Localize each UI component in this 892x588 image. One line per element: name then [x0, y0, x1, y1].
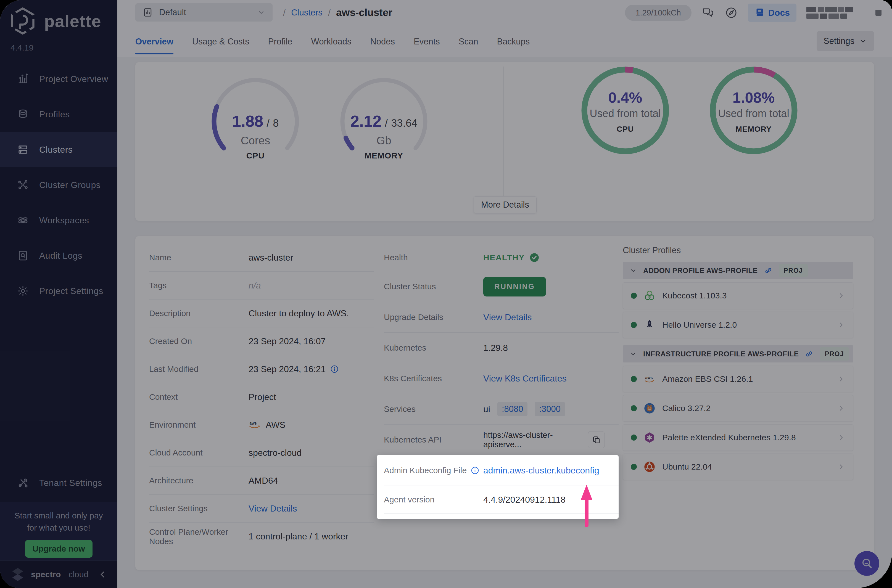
sidebar-item-profiles[interactable]: Profiles	[0, 97, 117, 132]
admin-kubeconfig-link[interactable]: admin.aws-cluster.kubeconfig	[483, 465, 599, 476]
search-icon	[860, 556, 874, 571]
profile-item-calico[interactable]: Calico 3.27.2	[623, 395, 853, 422]
upgrade-now-button[interactable]: Upgrade now	[25, 540, 93, 558]
sidebar-item-label: Profiles	[39, 110, 70, 120]
status-column: Health HEALTHY Cluster Status RUNNING Up…	[384, 244, 619, 519]
tab-events[interactable]: Events	[414, 27, 440, 57]
status-row-kubeconfig: Admin Kubeconfig File admin.aws-cluster.…	[384, 455, 619, 486]
spectro-cloud-logo	[10, 567, 26, 582]
sidebar-item-label: Project Settings	[39, 286, 103, 296]
status-row-services: Services ui :8080 :3000	[384, 394, 619, 424]
brand-name: palette	[44, 11, 101, 31]
upsell-text: Start small and only pay for what you us…	[0, 510, 117, 534]
tab-nodes[interactable]: Nodes	[370, 27, 395, 57]
card-divider	[503, 66, 504, 199]
tab-usage-costs[interactable]: Usage & Costs	[192, 27, 249, 57]
copy-icon	[592, 435, 601, 444]
docs-label: Docs	[768, 8, 790, 18]
memory-usage-ring: 1.08% Used from total MEMORY	[709, 66, 798, 154]
pxk-icon	[643, 432, 656, 444]
service-port-8080-link[interactable]: :8080	[497, 402, 528, 416]
hello-universe-icon	[643, 319, 656, 331]
profile-item-amazon-ebs-csi[interactable]: aws Amazon EBS CSI 1.26.1	[623, 366, 853, 392]
profile-item-palette-extended-kubernetes[interactable]: Palette eXtended Kubernetes 1.29.8	[623, 424, 853, 451]
project-board-icon	[143, 7, 153, 18]
view-details-link[interactable]: View Details	[483, 312, 532, 322]
sidebar-item-project-settings[interactable]: Project Settings	[0, 273, 117, 309]
tab-profile[interactable]: Profile	[268, 27, 293, 57]
info-icon[interactable]	[471, 466, 479, 475]
breadcrumb: / Clusters / aws-cluster	[283, 0, 392, 26]
memory-gauge: 2.12/33.64 Gb MEMORY	[338, 76, 429, 167]
tab-backups[interactable]: Backups	[497, 27, 530, 57]
sidebar-item-clusters[interactable]: Clusters	[0, 132, 117, 167]
compass-icon[interactable]	[725, 6, 738, 20]
docs-button[interactable]: Docs	[748, 4, 796, 22]
cpu-usage-ring: 0.4% Used from total CPU	[581, 66, 670, 154]
aws-logo-icon: aws	[643, 373, 656, 385]
detail-row-created-on: Created On23 Sep 2024, 16:07	[149, 327, 374, 355]
infrastructure-profile-group-header[interactable]: INFRASTRUCTURE PROFILE AWS-PROFILE PROJ	[623, 345, 853, 363]
status-row-health: Health HEALTHY	[384, 244, 619, 272]
chevron-right-icon	[837, 404, 845, 412]
tutorial-arrow-icon	[580, 484, 593, 528]
app-window: palette 4.4.19 Project Overview Profiles…	[0, 0, 892, 588]
addon-profile-group-header[interactable]: ADDON PROFILE AWS-PROFILE PROJ	[623, 262, 853, 279]
service-port-3000-link[interactable]: :3000	[535, 402, 565, 416]
sidebar-item-cluster-groups[interactable]: Cluster Groups	[0, 167, 117, 202]
search-fab-button[interactable]	[854, 551, 879, 576]
utilization-card: 1.88/8 Cores CPU 2.12/33.64 Gb MEMORY	[135, 62, 874, 221]
svg-text:aws: aws	[646, 375, 653, 380]
bar-chart-icon	[17, 73, 29, 85]
details-column: Nameaws-cluster Tagsn/a DescriptionClust…	[149, 244, 374, 550]
cluster-tabs: Overview Usage & Costs Profile Workloads…	[135, 27, 530, 57]
status-dot	[631, 322, 637, 328]
collapse-sidebar-icon[interactable]	[98, 570, 107, 579]
settings-button[interactable]: Settings	[817, 31, 874, 51]
chevron-down-icon	[629, 267, 637, 274]
detail-row-cloud-account: Cloud Accountspectro-cloud	[149, 439, 374, 467]
audit-log-icon	[17, 250, 29, 261]
chevron-right-icon	[837, 434, 845, 442]
sidebar-item-label: Clusters	[39, 145, 73, 155]
link-icon	[764, 266, 773, 275]
profile-item-kubecost[interactable]: Kubecost 1.103.3	[623, 282, 853, 309]
kubecost-icon	[643, 290, 656, 302]
tab-scan[interactable]: Scan	[459, 27, 478, 57]
app-version: 4.4.19	[11, 43, 33, 52]
copy-api-url-button[interactable]	[588, 431, 605, 448]
sidebar-item-label: Project Overview	[39, 74, 108, 84]
status-row-certificates: K8s CertificatesView K8s Certificates	[384, 363, 619, 394]
sidebar-item-workspaces[interactable]: Workspaces	[0, 202, 117, 238]
detail-row-architecture: ArchitectureAMD64	[149, 467, 374, 495]
user-avatar-redacted	[875, 10, 881, 16]
tab-workloads[interactable]: Workloads	[311, 27, 351, 57]
sidebar-item-audit-logs[interactable]: Audit Logs	[0, 238, 117, 273]
view-details-link[interactable]: View Details	[249, 504, 297, 514]
info-icon[interactable]	[330, 364, 339, 374]
breadcrumb-clusters-link[interactable]: Clusters	[291, 8, 323, 18]
user-name-redacted	[806, 7, 865, 19]
chevron-down-icon	[859, 37, 867, 45]
sidebar-item-tenant-settings[interactable]: Tenant Settings	[0, 465, 117, 501]
chat-icon[interactable]	[701, 6, 715, 20]
project-selector[interactable]: Default	[135, 3, 273, 21]
view-k8s-certificates-link[interactable]: View K8s Certificates	[483, 374, 567, 384]
cluster-profiles-title: Cluster Profiles	[623, 245, 853, 255]
status-dot	[631, 292, 637, 299]
upsell-panel: Start small and only pay for what you us…	[0, 502, 117, 560]
chevron-right-icon	[837, 463, 845, 471]
more-details-button[interactable]: More Details	[474, 196, 536, 213]
ubuntu-icon	[643, 461, 656, 473]
breadcrumb-current: aws-cluster	[336, 7, 392, 18]
status-dot	[631, 405, 637, 411]
detail-row-tags: Tagsn/a	[149, 272, 374, 300]
tab-overview[interactable]: Overview	[135, 27, 173, 57]
profile-item-hello-universe[interactable]: Hello Universe 1.2.0	[623, 312, 853, 338]
link-icon	[805, 350, 814, 358]
profile-item-ubuntu[interactable]: Ubuntu 22.04	[623, 453, 853, 480]
sidebar: palette 4.4.19 Project Overview Profiles…	[0, 0, 117, 588]
status-row-kubernetes-api: Kubernetes API https://aws-cluster-apise…	[384, 424, 619, 455]
sidebar-item-project-overview[interactable]: Project Overview	[0, 61, 117, 97]
layers-icon	[17, 108, 29, 120]
